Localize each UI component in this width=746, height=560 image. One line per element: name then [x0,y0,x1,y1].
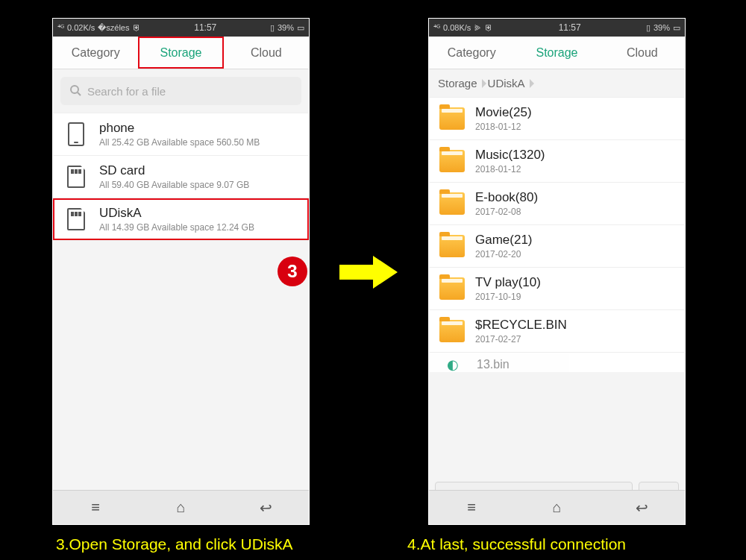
sd-card-icon [63,207,89,232]
top-tabs: Category Storage Cloud [53,37,309,69]
svg-marker-2 [339,256,398,289]
storage-name: phone [99,121,260,136]
tab-storage[interactable]: Storage [514,37,599,69]
folder-row[interactable]: E-book(80) 2017-02-08 [429,183,685,225]
folder-name: Game(21) [475,233,533,248]
battery-icon: ▭ [673,23,680,33]
folder-icon [439,148,465,174]
shield-icon: ⛨ [133,23,141,32]
phone-screenshot-right: ⁴ᴳ 0.08K/s ⫸ ⛨ 11:57 ▯ 39% ▭ Category St… [428,18,686,525]
search-icon [69,84,81,98]
storage-sub: All 59.40 GB Available space 9.07 GB [99,180,249,190]
svg-point-0 [71,86,78,93]
battery-saver-icon: ▯ [646,23,651,33]
battery-percent: 39% [278,23,294,32]
back-icon[interactable]: ↩ [251,497,281,519]
battery-icon: ▭ [297,23,304,33]
storage-sub: All 14.39 GB Available space 12.24 GB [99,222,254,233]
folder-date: 2018-01-12 [475,122,532,132]
home-icon[interactable]: ⌂ [166,497,195,519]
folder-list: Movie(25) 2018-01-12 Music(1320) 2018-01… [429,97,685,372]
storage-name: SD card [99,163,249,178]
folder-row[interactable]: $RECYCLE.BIN 2017-02-27 [429,310,685,353]
tab-category[interactable]: Category [429,37,514,69]
shield-icon: ⛨ [485,23,493,32]
phone-screenshot-left: ⁴ᴳ 0.02K/s �széles ⛨ 11:57 ▯ 39% ▭ Categ… [52,18,310,525]
folder-row[interactable]: Game(21) 2017-02-20 [429,225,685,268]
svg-line-1 [78,92,81,95]
folder-date: 2018-01-12 [475,164,545,174]
storage-row-udiska[interactable]: UDiskA All 14.39 GB Available space 12.2… [53,198,309,241]
breadcrumb: Storage UDiskA [429,69,685,97]
crumb-udiska[interactable]: UDiskA [488,77,536,89]
nav-bar: ≡ ⌂ ↩ [429,490,685,524]
status-bar: ⁴ᴳ 0.02K/s �széles ⛨ 11:57 ▯ 39% ▭ [53,19,309,37]
status-bar: ⁴ᴳ 0.08K/s ⫸ ⛨ 11:57 ▯ 39% ▭ [429,19,685,37]
folder-icon [439,106,465,131]
crumb-storage[interactable]: Storage [438,77,488,89]
folder-row[interactable]: Movie(25) 2018-01-12 [429,98,685,140]
tab-cloud[interactable]: Cloud [224,37,309,69]
back-icon[interactable]: ↩ [627,497,657,519]
folder-row[interactable]: Music(1320) 2018-01-12 [429,140,685,183]
search-placeholder: Search for a file [87,85,166,98]
step-badge-3: 3 [278,257,307,286]
folder-date: 2017-02-20 [475,249,533,259]
nav-bar: ≡ ⌂ ↩ [53,490,309,524]
menu-icon[interactable]: ≡ [81,497,110,519]
folder-icon [439,191,465,216]
folder-date: 2017-02-27 [475,334,567,345]
storage-name: UDiskA [99,206,254,221]
folder-name: Music(1320) [475,148,545,163]
speed-indicator: 0.08K/s [443,23,471,32]
network-icon: ⁴ᴳ [433,23,440,33]
folder-name: $RECYCLE.BIN [475,318,567,333]
battery-percent: 39% [653,23,670,32]
folder-date: 2017-10-19 [475,292,541,302]
search-input[interactable]: Search for a file [60,77,301,105]
speed-indicator: 0.02K/s [67,23,95,32]
wifi-icon: �széles [98,23,129,33]
network-icon: ⁴ᴳ [57,23,64,33]
file-name: 13.bin [477,358,510,371]
wifi-icon: ⫸ [474,23,482,32]
folder-date: 2017-02-08 [475,207,538,217]
storage-list: phone All 25.42 GB Available space 560.5… [53,113,309,241]
folder-icon [439,276,465,301]
folder-name: TV play(10) [475,275,541,290]
sd-card-icon [63,164,89,189]
arrow-icon [339,254,399,294]
storage-row-sdcard[interactable]: SD card All 59.40 GB Available space 9.0… [53,156,309,198]
file-icon: ◐ [439,357,466,372]
clock: 11:57 [559,22,581,33]
top-tabs: Category Storage Cloud [429,37,685,69]
phone-icon [63,122,89,147]
tab-storage[interactable]: Storage [138,37,223,69]
file-row-partial[interactable]: ◐ 13.bin [429,353,685,372]
folder-icon [439,233,465,259]
storage-sub: All 25.42 GB Available space 560.50 MB [99,137,260,148]
folder-name: Movie(25) [475,105,532,120]
tab-cloud[interactable]: Cloud [600,37,685,69]
battery-saver-icon: ▯ [270,23,275,33]
folder-icon [439,318,465,344]
caption-step3: 3.Open Storage, and click UDiskA [56,535,292,553]
storage-row-phone[interactable]: phone All 25.42 GB Available space 560.5… [53,113,309,156]
folder-name: E-book(80) [475,190,538,205]
home-icon[interactable]: ⌂ [542,497,571,519]
clock: 11:57 [194,22,216,33]
caption-step4: 4.At last, successful connection [407,535,626,553]
menu-icon[interactable]: ≡ [457,497,486,519]
tab-category[interactable]: Category [53,37,138,69]
folder-row[interactable]: TV play(10) 2017-10-19 [429,268,685,310]
